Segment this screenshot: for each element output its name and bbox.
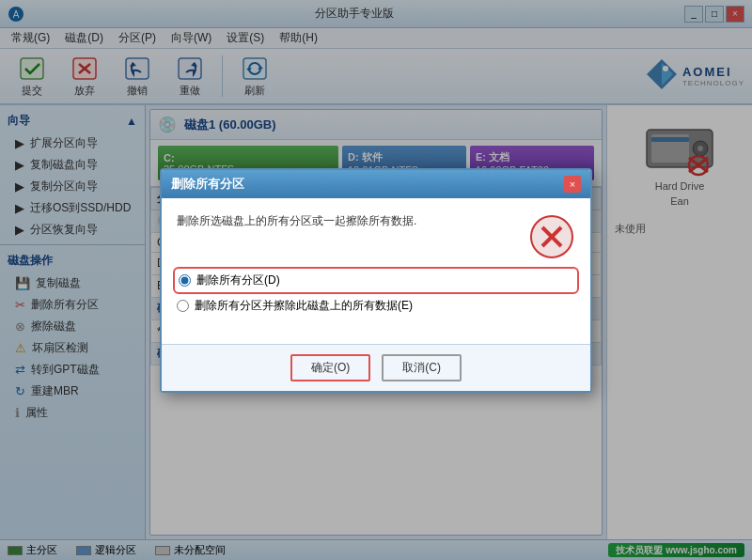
radio-option-2[interactable]: 删除所有分区并擦除此磁盘上的所有数据(E) <box>177 298 575 314</box>
radio-input-2[interactable] <box>177 300 189 312</box>
modal-warning-icon <box>528 213 575 260</box>
modal-cancel-button[interactable]: 取消(C) <box>382 354 462 381</box>
app-container: A 分区助手专业版 _ □ × 常规(G) 磁盘(D) 分区(P) 向导(W) … <box>0 0 752 560</box>
radio-group: 删除所有分区(D) 删除所有分区并擦除此磁盘上的所有数据(E) <box>177 271 575 314</box>
radio-option-1[interactable]: 删除所有分区(D) <box>177 271 575 290</box>
modal-confirm-button[interactable]: 确定(O) <box>290 354 370 381</box>
modal-footer: 确定(O) 取消(C) <box>162 344 590 391</box>
modal-description: 删除所选磁盘上的所有分区或一起擦除所有数据. <box>177 213 575 229</box>
modal-title-bar: 删除所有分区 × <box>162 170 590 198</box>
modal-title: 删除所有分区 <box>171 176 244 193</box>
modal-icon-area <box>528 213 575 263</box>
radio-label-1: 删除所有分区(D) <box>196 272 280 288</box>
modal-body: 删除所选磁盘上的所有分区或一起擦除所有数据. 删除所有分区(D) 删除所有分区并… <box>162 198 590 344</box>
delete-partitions-modal: 删除所有分区 × 删除所选磁盘上的所有分区或一起擦除所有数据. <box>160 168 592 393</box>
radio-label-2: 删除所有分区并擦除此磁盘上的所有数据(E) <box>195 298 413 314</box>
radio-input-1[interactable] <box>179 274 191 287</box>
modal-overlay: 删除所有分区 × 删除所选磁盘上的所有分区或一起擦除所有数据. <box>0 0 752 560</box>
modal-close-button[interactable]: × <box>564 176 581 193</box>
